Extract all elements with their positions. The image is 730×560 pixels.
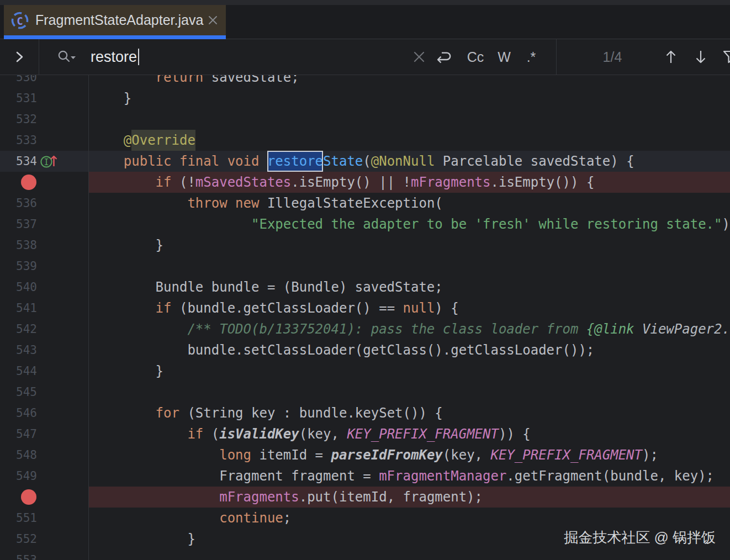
code-line-536[interactable]: 536 throw new IllegalStateException( (0, 193, 730, 214)
line-number[interactable]: 551 (16, 508, 37, 529)
code-line-553[interactable]: 553 (0, 550, 730, 560)
line-number[interactable]: 533 (16, 130, 37, 151)
filter-icon[interactable] (718, 39, 730, 75)
line-number[interactable]: 548 (16, 445, 37, 466)
breakpoint-dot[interactable] (21, 175, 36, 190)
gutter[interactable] (0, 172, 89, 193)
code-line-543[interactable]: 543 bundle.setClassLoader(getClass().get… (0, 340, 730, 361)
code-line-531[interactable]: 531 } (0, 88, 730, 109)
line-number[interactable]: 538 (16, 235, 37, 256)
gutter[interactable]: 533 (0, 130, 89, 151)
line-number[interactable]: 552 (16, 529, 37, 550)
gutter[interactable]: 537 (0, 214, 89, 235)
breakpoint-dot[interactable] (21, 489, 36, 505)
code-line-533[interactable]: 533 @Override (0, 130, 730, 151)
line-number[interactable]: 530 (16, 75, 37, 88)
line-number[interactable]: 536 (16, 193, 37, 214)
gutter[interactable]: 538 (0, 235, 89, 256)
code-line-539[interactable]: 539 (0, 256, 730, 277)
code-line-547[interactable]: 547 if (isValidKey(key, KEY_PREFIX_FRAGM… (0, 424, 730, 445)
code-text: /** TODO(b/133752041): pass the class lo… (89, 319, 730, 340)
words-toggle[interactable]: W (495, 39, 514, 75)
gutter[interactable]: 552 (0, 529, 89, 550)
overrides-marker[interactable]: I (39, 153, 65, 172)
line-number[interactable]: 549 (16, 466, 37, 487)
gutter[interactable]: 553 (0, 550, 89, 560)
gutter[interactable]: 542 (0, 319, 89, 340)
line-number[interactable]: 541 (16, 298, 37, 319)
code-line-541[interactable]: 541 if (bundle.getClassLoader() == null)… (0, 298, 730, 319)
line-number[interactable]: 547 (16, 424, 37, 445)
java-class-icon: C (9, 10, 30, 31)
line-number[interactable]: 540 (16, 277, 37, 298)
line-number[interactable]: 542 (16, 319, 37, 340)
gutter[interactable]: 548 (0, 445, 89, 466)
match-case-toggle[interactable]: Cc (463, 39, 488, 75)
line-number[interactable]: 531 (16, 88, 37, 109)
previous-occurrence-icon[interactable] (663, 39, 679, 75)
gutter[interactable]: 536 (0, 193, 89, 214)
window-top-strip (0, 0, 730, 5)
gutter[interactable]: 551 (0, 508, 89, 529)
svg-text:I: I (44, 157, 49, 167)
line-number[interactable]: 544 (16, 361, 37, 382)
code-line-532[interactable]: 532 (0, 109, 730, 130)
line-number[interactable]: 534 (16, 151, 37, 172)
code-editor[interactable]: 530 return savedState;531 }532533 @Overr… (0, 75, 730, 560)
find-bar: restore Cc W .* 1/4 (0, 39, 730, 75)
code-line-549[interactable]: 549 Fragment fragment = mFragmentManager… (0, 466, 730, 487)
line-number[interactable]: 545 (16, 382, 37, 403)
code-line-540[interactable]: 540 Bundle bundle = (Bundle) savedState; (0, 277, 730, 298)
line-number[interactable]: 539 (16, 256, 37, 277)
tab-close-icon[interactable] (207, 14, 219, 27)
code-line-544[interactable]: 544 } (0, 361, 730, 382)
gutter[interactable]: 531 (0, 88, 89, 109)
clear-search-icon[interactable] (411, 39, 427, 75)
chevron-right-icon (12, 49, 27, 65)
code-line-551[interactable]: 551 continue; (0, 508, 730, 529)
code-line-535[interactable]: if (!mSavedStates.isEmpty() || !mFragmen… (0, 172, 730, 193)
code-text (89, 550, 730, 560)
match-count: 1/4 (596, 39, 629, 75)
line-number[interactable]: 537 (16, 214, 37, 235)
next-occurrence-icon[interactable] (692, 39, 709, 75)
gutter[interactable]: 544 (0, 361, 89, 382)
code-line-545[interactable]: 545 (0, 382, 730, 403)
gutter[interactable]: 534 I (0, 151, 89, 172)
text-caret (138, 49, 139, 65)
newline-icon[interactable] (434, 39, 454, 75)
line-number[interactable]: 543 (16, 340, 37, 361)
code-text: bundle.setClassLoader(getClass().getClas… (89, 340, 730, 361)
code-line-538[interactable]: 538 } (0, 235, 730, 256)
gutter[interactable]: 543 (0, 340, 89, 361)
code-line-530[interactable]: 530 return savedState; (0, 75, 730, 88)
gutter[interactable]: 546 (0, 403, 89, 424)
code-line-550[interactable]: mFragments.put(itemId, fragment); (0, 487, 730, 508)
gutter[interactable]: 532 (0, 109, 89, 130)
line-number[interactable]: 553 (16, 550, 37, 560)
line-number[interactable]: 532 (16, 109, 37, 130)
gutter[interactable]: 547 (0, 424, 89, 445)
gutter[interactable]: 541 (0, 298, 89, 319)
gutter[interactable] (0, 487, 89, 508)
code-line-537[interactable]: 537 "Expected the adapter to be 'fresh' … (0, 214, 730, 235)
tab-title: FragmentStateAdapter.java (35, 12, 203, 28)
gutter[interactable]: 545 (0, 382, 89, 403)
gutter[interactable]: 530 (0, 75, 89, 88)
line-number[interactable]: 546 (16, 403, 37, 424)
gutter[interactable]: 549 (0, 466, 89, 487)
gutter[interactable]: 539 (0, 256, 89, 277)
find-expand-button[interactable] (0, 39, 39, 75)
code-line-548[interactable]: 548 long itemId = parseIdFromKey(key, KE… (0, 445, 730, 466)
code-line-546[interactable]: 546 for (String key : bundle.keySet()) { (0, 403, 730, 424)
code-text (89, 382, 730, 403)
svg-text:C: C (17, 15, 23, 27)
code-line-542[interactable]: 542 /** TODO(b/133752041): pass the clas… (0, 319, 730, 340)
code-line-534[interactable]: 534 I public final void restoreState(@No… (0, 151, 730, 172)
search-history-dropdown[interactable] (55, 47, 79, 67)
search-input[interactable]: restore (91, 39, 137, 75)
editor-tab[interactable]: C FragmentStateAdapter.java (4, 5, 226, 39)
gutter[interactable]: 540 (0, 277, 89, 298)
regex-toggle[interactable]: .* (521, 39, 541, 75)
code-text: } (89, 361, 730, 382)
